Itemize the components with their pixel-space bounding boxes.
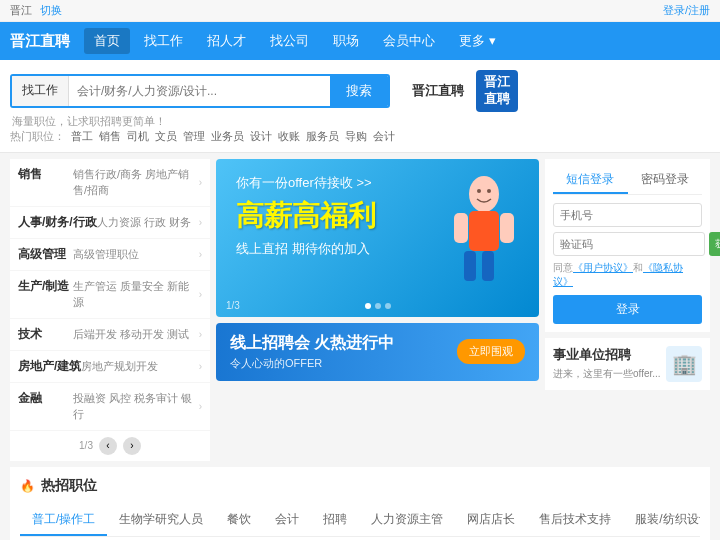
hot-tag-5[interactable]: 管理 xyxy=(183,129,205,144)
nav-companies[interactable]: 找公司 xyxy=(260,28,319,54)
right-column: 短信登录 密码登录 获取验证码 同意《用户协议》和《隐私协议》 登录 事业单位招… xyxy=(545,159,710,461)
location-label: 晋江 xyxy=(10,3,32,18)
category-sales[interactable]: 销售 销售行政/商务 房地产销售/招商 › xyxy=(10,159,210,207)
cat-title-hr: 人事/财务/行政 xyxy=(18,214,97,231)
tab-general-worker[interactable]: 普工/操作工 xyxy=(20,505,107,536)
category-hr[interactable]: 人事/财务/行政 人力资源 行政 财务 › xyxy=(10,207,210,239)
cat-arrow-sales: › xyxy=(199,177,202,188)
cat-subs-re: 房地产规划开发 xyxy=(81,358,195,375)
cat-subs-prod: 生产管运 质量安全 新能源 xyxy=(73,278,196,311)
company-recruit-info: 事业单位招聘 进来，这里有一些offer... xyxy=(553,346,661,381)
cat-title-tech: 技术 xyxy=(18,326,73,343)
slider-page: 1/3 xyxy=(79,440,93,451)
hot-tag-1[interactable]: 普工 xyxy=(71,129,93,144)
company-recruit-box[interactable]: 事业单位招聘 进来，这里有一些offer... 🏢 xyxy=(545,338,710,390)
svg-rect-1 xyxy=(469,211,499,251)
category-management[interactable]: 高级管理 高级管理职位 › xyxy=(10,239,210,271)
nav-links: 首页 找工作 招人才 找公司 职场 会员中心 更多 ▾ xyxy=(84,28,506,54)
svg-rect-5 xyxy=(500,213,514,243)
dot-1[interactable] xyxy=(365,303,371,309)
location-switch[interactable]: 切换 xyxy=(40,3,62,18)
cat-arrow-re: › xyxy=(199,361,202,372)
hot-tag-4[interactable]: 文员 xyxy=(155,129,177,144)
nav-recruit[interactable]: 招人才 xyxy=(197,28,256,54)
tab-catering[interactable]: 餐饮 xyxy=(215,505,263,536)
main-banner: 你有一份offer待接收 >> 高薪高福利 线上直招 期待你的加入 xyxy=(216,159,539,317)
job-categories: 销售 销售行政/商务 房地产销售/招商 › 人事/财务/行政 人力资源 行政 财… xyxy=(10,159,210,461)
hot-tag-11[interactable]: 会计 xyxy=(373,129,395,144)
tab-password-login[interactable]: 密码登录 xyxy=(628,167,703,194)
banner2-cta-button[interactable]: 立即围观 xyxy=(457,339,525,364)
tab-hr-manager[interactable]: 人力资源主管 xyxy=(359,505,455,536)
search-button[interactable]: 搜索 xyxy=(330,76,388,106)
tab-online-shop[interactable]: 网店店长 xyxy=(455,505,527,536)
phone-input[interactable] xyxy=(553,203,702,227)
banner2-sub: 令人心动的OFFER xyxy=(230,356,394,371)
banner-area: 你有一份offer待接收 >> 高薪高福利 线上直招 期待你的加入 xyxy=(216,159,539,461)
job-tabs: 普工/操作工 生物学研究人员 餐饮 会计 招聘 人力资源主管 网店店长 售后技术… xyxy=(20,505,700,537)
captcha-input[interactable] xyxy=(553,232,705,256)
nav-find-job[interactable]: 找工作 xyxy=(134,28,193,54)
cat-subs-sales: 销售行政/商务 房地产销售/招商 xyxy=(73,166,196,199)
hot-tag-9[interactable]: 服务员 xyxy=(306,129,339,144)
svg-rect-2 xyxy=(464,251,476,281)
user-agreement-link[interactable]: 《用户协议》 xyxy=(573,262,633,273)
svg-rect-4 xyxy=(454,213,468,243)
brand-name: 晋江直聘 xyxy=(412,82,464,100)
category-production[interactable]: 生产/制造 生产管运 质量安全 新能源 › xyxy=(10,271,210,319)
category-realestate[interactable]: 房地产/建筑 房地产规划开发 › xyxy=(10,351,210,383)
tab-after-sales[interactable]: 售后技术支持 xyxy=(527,505,623,536)
tab-biology[interactable]: 生物学研究人员 xyxy=(107,505,215,536)
cat-arrow-fin: › xyxy=(199,401,202,412)
category-slider-nav: 1/3 ‹ › xyxy=(10,431,210,461)
svg-point-6 xyxy=(477,189,481,193)
dot-3[interactable] xyxy=(385,303,391,309)
hot-tag-6[interactable]: 业务员 xyxy=(211,129,244,144)
company-recruit-icon: 🏢 xyxy=(666,346,702,382)
banner-illustration xyxy=(429,169,519,292)
category-finance[interactable]: 金融 投融资 风控 税务审计 银行 › xyxy=(10,383,210,431)
hot-tag-7[interactable]: 设计 xyxy=(250,129,272,144)
login-submit-button[interactable]: 登录 xyxy=(553,295,702,324)
nav-career[interactable]: 职场 xyxy=(323,28,369,54)
brand-slogan: 海量职位，让求职招聘更简单！ xyxy=(10,114,710,129)
get-captcha-button[interactable]: 获取验证码 xyxy=(709,232,720,256)
search-type-selector[interactable]: 找工作 xyxy=(12,76,69,106)
agreement-text: 同意《用户协议》和《隐私协议》 xyxy=(553,261,702,289)
main-content: 销售 销售行政/商务 房地产销售/招商 › 人事/财务/行政 人力资源 行政 财… xyxy=(0,153,720,467)
hot-tag-2[interactable]: 销售 xyxy=(99,129,121,144)
slider-next[interactable]: › xyxy=(123,437,141,455)
hot-tag-10[interactable]: 导购 xyxy=(345,129,367,144)
nav-home[interactable]: 首页 xyxy=(84,28,130,54)
nav-more[interactable]: 更多 ▾ xyxy=(449,28,506,54)
dot-2[interactable] xyxy=(375,303,381,309)
cat-subs-tech: 后端开发 移动开发 测试 xyxy=(73,326,196,343)
tab-fashion-design[interactable]: 服装/纺织设计 xyxy=(623,505,700,536)
tab-sms-login[interactable]: 短信登录 xyxy=(553,167,628,194)
banner-page: 1/3 xyxy=(226,300,240,311)
login-register-link[interactable]: 登录/注册 xyxy=(663,3,710,18)
cat-title-re: 房地产/建筑 xyxy=(18,358,81,375)
search-input[interactable] xyxy=(69,76,330,106)
svg-point-0 xyxy=(469,176,499,212)
nav-vip[interactable]: 会员中心 xyxy=(373,28,445,54)
top-bar: 晋江 切换 登录/注册 xyxy=(0,0,720,22)
main-nav: 晋江直聘 首页 找工作 招人才 找公司 职场 会员中心 更多 ▾ xyxy=(0,22,720,60)
person-svg xyxy=(429,169,519,289)
slider-prev[interactable]: ‹ xyxy=(99,437,117,455)
tab-recruitment[interactable]: 招聘 xyxy=(311,505,359,536)
hot-tag-8[interactable]: 收账 xyxy=(278,129,300,144)
category-tech[interactable]: 技术 后端开发 移动开发 测试 › xyxy=(10,319,210,351)
top-bar-right: 登录/注册 xyxy=(663,3,710,18)
banner2-text: 线上招聘会 火热进行中 令人心动的OFFER xyxy=(230,333,394,371)
cat-title-mgmt: 高级管理 xyxy=(18,246,73,263)
hot-jobs-title: 热招职位 xyxy=(41,477,97,495)
cat-title-sales: 销售 xyxy=(18,166,73,183)
cat-arrow-prod: › xyxy=(199,289,202,300)
cat-arrow-mgmt: › xyxy=(199,249,202,260)
tab-accounting[interactable]: 会计 xyxy=(263,505,311,536)
hot-tag-3[interactable]: 司机 xyxy=(127,129,149,144)
section-title: 🔥 热招职位 xyxy=(20,477,700,495)
brand-logo-box: 晋江 直聘 xyxy=(476,70,518,112)
cat-title-prod: 生产/制造 xyxy=(18,278,73,295)
